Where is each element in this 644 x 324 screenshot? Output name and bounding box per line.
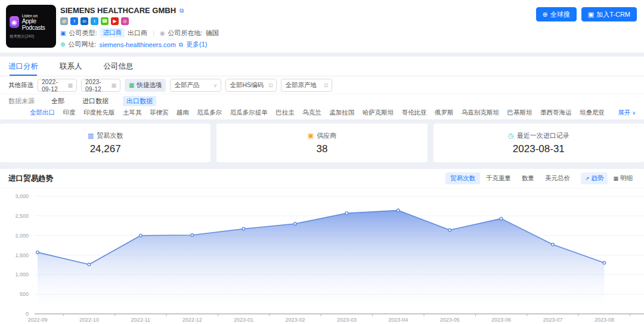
svg-text:2,000: 2,000 (15, 233, 29, 239)
company-name: SIEMENS HEALTHCARE GMBH (60, 6, 176, 15)
tab-label: 进口分析 (8, 62, 38, 70)
stat-icon: ◷ (508, 132, 514, 140)
metric-toggle[interactable]: 数量 (517, 172, 539, 184)
stat-icon: ▣ (308, 132, 314, 140)
more-link[interactable]: 更多(1) (186, 40, 207, 49)
company-type-icon: ▣ (60, 30, 66, 36)
tab[interactable]: 进口分析 (8, 57, 38, 76)
country-filter[interactable]: 印度抢先版 (83, 109, 115, 117)
data-source-options: 全部 进口数据 出口数据 (48, 96, 156, 106)
country-filter[interactable]: 厄瓜多尔 (197, 109, 222, 117)
stat-label: 最近一次进口记录 (517, 131, 569, 140)
country-filter-row: 全部出口 印度 印度抢先版 土耳其 菲律宾 越南 厄瓜多尔 厄瓜多尔提单 巴拉圭… (30, 109, 636, 117)
calendar-icon: ▦ (67, 82, 73, 88)
view-toggle[interactable]: ▦ 明细 (609, 172, 637, 184)
stat-card: ▥ 贸易次数 24,267 (0, 124, 210, 162)
stat-label: 供应商 (317, 131, 336, 140)
add-tcrm-button[interactable]: ▣ 加入T-CRM (581, 7, 637, 21)
date-from-input[interactable]: 2022-09-12▦ (38, 79, 77, 92)
country-filter[interactable]: 土耳其 (123, 109, 142, 117)
copy-icon[interactable]: ⧉ (179, 41, 183, 48)
stat-label: 贸易次数 (97, 131, 123, 140)
global-search-button[interactable]: ⊕ 全球搜 (536, 7, 577, 21)
social-icon[interactable]: ▶ (111, 17, 119, 25)
trend-title: 进口贸易趋势 (8, 174, 53, 184)
country-list: 全部出口 印度 印度抢先版 土耳其 菲律宾 越南 厄瓜多尔 厄瓜多尔提单 巴拉圭… (30, 109, 605, 117)
data-source-option[interactable]: 全部 (48, 96, 68, 106)
country-filter[interactable]: 哥伦比亚 (402, 109, 427, 117)
country-filter[interactable]: 巴基斯坦 (507, 109, 532, 117)
chevron-down-icon: ∨ (632, 110, 636, 116)
stat-card: ◷ 最近一次进口记录 2023-08-31 (434, 124, 644, 162)
country-filter[interactable]: 俄罗斯 (435, 109, 454, 117)
svg-text:2023-08: 2023-08 (595, 317, 614, 323)
trend-chart[interactable]: 05001,0001,5002,0002,5003,0002022-092022… (0, 188, 644, 324)
quick-calendar-icon: ▦ (129, 82, 134, 88)
svg-text:2023-07: 2023-07 (543, 317, 562, 323)
svg-text:2023-05: 2023-05 (440, 317, 460, 323)
website-link[interactable]: siemens-healthineers.com (99, 41, 175, 48)
social-icon[interactable]: ◎ (121, 17, 129, 25)
social-icon-row: @ f in t ☎ ▶ ◎ (60, 17, 306, 25)
copy-icon[interactable]: ⧉ (179, 7, 184, 14)
filter-bar: 其他筛选 2022-09-12▦ 2023-09-12▦ ▦ 快捷选项 全部产品… (0, 76, 644, 94)
location-value: 德国 (206, 29, 219, 38)
other-filter-label: 其他筛选 (8, 81, 33, 90)
trend-section: 进口贸易趋势 贸易次数 千克重量 数量 美元总价 ↗ 趋势 (0, 169, 644, 324)
country-filter[interactable]: 菲律宾 (150, 109, 169, 117)
social-icon[interactable]: in (80, 17, 88, 25)
country-filter[interactable]: 乌兹别克斯坦 (462, 109, 499, 117)
stat-card: ▣ 供应商 38 (216, 124, 427, 162)
location-icon: ◉ (160, 30, 165, 36)
tab-label: 公司信息 (104, 62, 134, 70)
social-icon[interactable]: t (91, 17, 98, 25)
country-filter[interactable]: 乌克兰 (302, 109, 321, 117)
svg-text:2023-03: 2023-03 (337, 317, 357, 323)
svg-text:2022-09: 2022-09 (27, 317, 47, 323)
country-filter[interactable]: 越南 (177, 109, 189, 117)
country-filter[interactable]: 墨西哥海运 (540, 109, 572, 117)
logo-listen-text: Listen on (22, 14, 52, 18)
social-icon[interactable]: ☎ (101, 17, 109, 25)
company-type-label: 公司类型: (69, 29, 97, 38)
data-source-row: 数据来源 全部 进口数据 出口数据 (8, 96, 156, 106)
social-icon[interactable]: @ (60, 17, 68, 25)
country-filter[interactable]: 巴拉圭 (275, 109, 295, 117)
data-source-label: 数据来源 (8, 97, 35, 106)
date-to-input[interactable]: 2023-09-12▦ (81, 79, 120, 92)
expand-link[interactable]: 展开 ∨ (618, 109, 636, 117)
country-filter[interactable]: 全部出口 (30, 109, 55, 117)
stat-value: 38 (317, 143, 328, 155)
tab-bar: 进口分析 联系人 公司信息 (0, 57, 644, 76)
data-source-option[interactable]: 出口数据 (123, 96, 156, 106)
product-select[interactable]: 全部产品∨ (170, 79, 221, 92)
stat-cards: ▥ 贸易次数 24,267 ▣ 供应商 38 ◷ 最近一次进口记录 2023-0… (0, 119, 644, 162)
divider: | (153, 29, 154, 36)
importer-badge[interactable]: 进口商 (100, 28, 125, 38)
country-filter[interactable]: 印度 (63, 109, 75, 117)
exporter-option[interactable]: 出口商 (128, 29, 147, 38)
logo-brand-text: Apple Podcasts (22, 18, 52, 31)
tab[interactable]: 公司信息 (104, 57, 134, 76)
tab[interactable]: 联系人 (60, 57, 82, 76)
company-header: ◉ Listen on Apple Podcasts 相关图片(240) SIE… (0, 0, 644, 53)
svg-text:2022-10: 2022-10 (79, 317, 99, 323)
country-filter[interactable]: 坦桑尼亚 (580, 109, 605, 117)
origin-input[interactable]: 全部原产地⊡ (281, 79, 332, 92)
metric-toggle[interactable]: 贸易次数 (445, 172, 480, 184)
hs-code-input[interactable]: 全部HS编码⊡ (225, 79, 277, 92)
country-filter[interactable]: 孟加拉国 (329, 109, 354, 117)
podcast-app-icon: ◉ (10, 16, 19, 28)
view-toggle[interactable]: ↗ 趋势 (581, 172, 608, 184)
quick-options-button[interactable]: ▦ 快捷选项 (125, 79, 166, 92)
metric-toggle[interactable]: 美元总价 (540, 172, 575, 184)
country-filter[interactable]: 厄瓜多尔提单 (230, 109, 268, 117)
svg-text:1,500: 1,500 (15, 252, 29, 258)
country-filter[interactable]: 哈萨克斯坦 (363, 109, 394, 117)
metric-toggle[interactable]: 千克重量 (481, 172, 516, 184)
svg-text:2022-11: 2022-11 (131, 317, 150, 323)
data-source-option[interactable]: 进口数据 (79, 96, 112, 106)
social-icon[interactable]: f (70, 17, 78, 25)
stats-band: ▥ 贸易次数 24,267 ▣ 供应商 38 ◷ 最近一次进口记录 2023-0… (0, 119, 644, 169)
list-icon: ⊡ (324, 82, 329, 88)
